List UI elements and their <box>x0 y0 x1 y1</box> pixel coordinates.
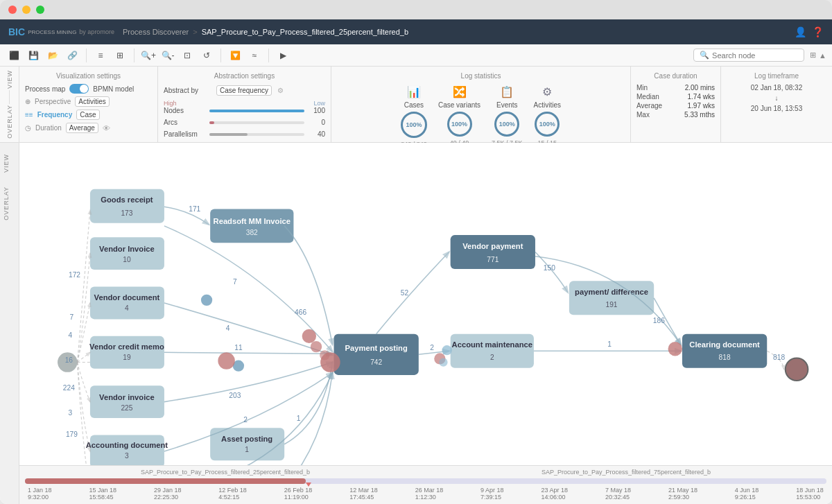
user-icon[interactable]: 👤 <box>795 26 806 37</box>
node-accounting-count: 3 <box>125 452 129 460</box>
tb-btn-reset[interactable]: ↺ <box>198 47 215 64</box>
nodes-row: Nodes 100 <box>164 107 325 114</box>
by-label: by apromore <box>79 28 114 35</box>
abstraction-panel: Abstraction settings Abstract by Case fr… <box>158 67 331 142</box>
process-toggle[interactable] <box>69 84 89 94</box>
tb-btn-play[interactable]: ▶ <box>275 47 291 64</box>
node-goods-receipt-count: 173 <box>121 209 132 217</box>
perspective-label: Perspective <box>35 98 71 105</box>
tb-btn-6[interactable]: ⊞ <box>112 47 128 64</box>
median-row: Median 1.74 wks <box>636 93 715 101</box>
tb-btn-3[interactable]: 📂 <box>44 47 61 64</box>
close-button[interactable] <box>8 6 17 14</box>
high-label: High <box>164 100 177 107</box>
frequency-label[interactable]: Frequency <box>37 111 73 119</box>
duration-icon: ◷ <box>25 124 31 132</box>
search-input[interactable] <box>712 51 795 60</box>
node-vendor-invoice-bg[interactable] <box>90 237 164 270</box>
frequency-row: ≡≡ Frequency Case <box>25 110 152 120</box>
node-payment-diff-label1: payment/ difference <box>575 288 648 296</box>
edge-label-2b: 2 <box>243 416 248 424</box>
tb-btn-filter[interactable]: 🔽 <box>227 47 243 64</box>
hl-label: High Low <box>164 100 325 107</box>
tb-btn-5[interactable]: ≡ <box>92 47 109 64</box>
tb-btn-1[interactable]: ⬛ <box>6 47 22 64</box>
brand-label: PROCESS MINING <box>28 29 76 35</box>
node-vendor-credit-bg[interactable] <box>90 336 164 369</box>
case-variants-percent: 100% <box>451 121 467 128</box>
timeline-marker <box>306 483 311 487</box>
duration-dropdown[interactable]: Average <box>66 123 98 133</box>
canvas-area[interactable]: Goods receipt 173 Vendor Invoice 10 Vend… <box>19 143 832 504</box>
minimize-button[interactable] <box>22 6 31 14</box>
frequency-dropdown[interactable]: Case <box>76 110 99 120</box>
log-stats-title: Log statistics <box>340 72 622 80</box>
timeline-labels: 1 Jan 189:32:00 15 Jan 1815:58:45 29 Jan… <box>25 487 826 501</box>
max-val: 5.33 mths <box>684 111 715 119</box>
side-tabs: View Overlay <box>0 143 19 504</box>
viz-settings-panel: Visualization settings Process map BPMN … <box>19 67 158 142</box>
node-vendor-doc-bg[interactable] <box>90 287 164 320</box>
tl-date-9: 23 Apr 1814:06:00 <box>541 487 569 501</box>
grid-icon[interactable]: ⊞ <box>810 51 816 60</box>
node-vendor-payment-bg[interactable] <box>451 235 535 269</box>
perspective-dropdown[interactable]: Activities <box>75 96 109 107</box>
tl-date-11: 21 May 182:59:30 <box>668 487 697 501</box>
timeline-track[interactable] <box>25 478 826 484</box>
node-asset-bg[interactable] <box>210 428 284 460</box>
maximize-button[interactable] <box>36 6 44 14</box>
node-goods-receipt-bg[interactable] <box>90 189 164 223</box>
mid-red-2 <box>302 329 316 343</box>
node-vendor-inv-225-bg[interactable] <box>90 385 164 418</box>
parallelism-slider[interactable] <box>209 132 304 137</box>
nodes-slider[interactable] <box>209 109 304 113</box>
activities-icon: ⚙ <box>542 85 552 98</box>
tb-btn-zoom-in[interactable]: 🔍+ <box>140 47 157 64</box>
tb-btn-filter2[interactable]: ≈ <box>246 47 263 64</box>
side-tab-overlay[interactable]: Overlay <box>0 181 19 226</box>
arcs-value: 0 <box>309 119 325 126</box>
node-vendor-payment-label: Vendor payment <box>462 242 523 250</box>
eye-icon[interactable]: 👁 <box>103 124 110 132</box>
viz-title: Visualization settings <box>25 72 152 80</box>
node-payment-posting-label: Payment posting <box>345 344 408 352</box>
node-account-maint-bg[interactable] <box>451 334 534 368</box>
tb-btn-fit[interactable]: ⊡ <box>179 47 196 64</box>
median-val: 1.74 wks <box>688 93 715 101</box>
timeline-progress <box>25 478 306 484</box>
case-variants-label: Case variants <box>438 101 480 109</box>
tb-btn-zoom-out[interactable]: 🔍- <box>159 47 176 64</box>
tb-btn-2[interactable]: 💾 <box>25 47 42 64</box>
bic-label: BIC <box>8 26 25 37</box>
settings-icon[interactable]: ⚙ <box>277 87 284 94</box>
node-clearing-bg[interactable] <box>682 334 767 368</box>
bpmn-label: BPMN model <box>93 85 134 93</box>
timeline-bar: SAP_Procure_to_Pay_Process_filtered_25pe… <box>19 465 832 504</box>
abstract-by-label: Abstract by <box>164 87 212 94</box>
collapse-icon[interactable]: ▲ <box>819 51 826 60</box>
case-variants-icon: 🔀 <box>453 85 467 98</box>
edge-label-818: 818 <box>773 354 785 361</box>
perspective-row: ⊕ Perspective Activities <box>25 96 152 107</box>
events-label: Events <box>496 101 518 109</box>
temp-dates: 02 Jan 18, 08:32 ↓ 20 Jun 18, 13:53 <box>727 84 826 112</box>
tb-btn-4[interactable]: 🔗 <box>64 47 80 64</box>
abstract-by-dropdown[interactable]: Case frequency <box>216 85 272 96</box>
breadcrumb-app[interactable]: Process Discoverer <box>123 28 189 36</box>
arcs-slider[interactable] <box>209 121 304 125</box>
average-val: 1.97 wks <box>688 102 715 110</box>
node-vendor-invoice-label: Vendor Invoice <box>99 245 155 253</box>
breadcrumb-sep: > <box>193 28 197 36</box>
search-icon: 🔍 <box>700 51 709 60</box>
node-payment-diff-bg[interactable] <box>569 281 654 315</box>
max-row: Max 5.33 mths <box>636 111 715 119</box>
tl-date-2: 15 Jan 1815:58:45 <box>89 487 116 501</box>
side-tab-view[interactable]: View <box>0 148 19 178</box>
node-accounting-label: Accounting document <box>86 441 168 449</box>
events-icon: 📋 <box>500 85 514 98</box>
node-accounting-bg[interactable] <box>90 435 164 468</box>
node-readsoft-mm-bg[interactable] <box>210 209 293 243</box>
activities-label: Activities <box>534 101 561 109</box>
node-payment-posting-bg[interactable] <box>334 334 419 375</box>
help-icon[interactable]: ❓ <box>812 26 824 37</box>
